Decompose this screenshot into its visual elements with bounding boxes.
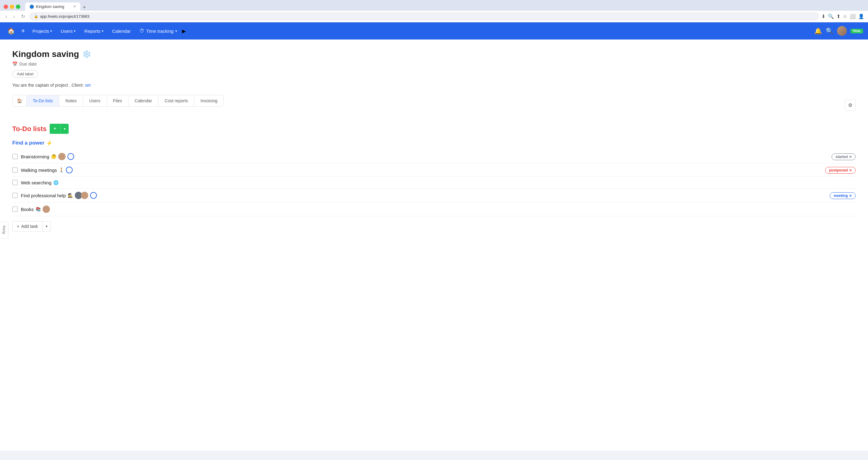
close-button[interactable]: [4, 5, 8, 9]
task-badge-container: meeting✕: [830, 193, 856, 198]
task-assign-circle[interactable]: [90, 192, 97, 199]
bookmark-icon[interactable]: ☆: [843, 13, 847, 19]
add-task-button[interactable]: + Add task: [12, 221, 42, 232]
status-badge[interactable]: postponed✕: [825, 167, 856, 174]
tab-icon: 🔵: [29, 5, 34, 9]
task-avatars: [75, 192, 88, 199]
task-emoji: 🕵️: [68, 193, 73, 198]
task-badge-container: postponed✕: [825, 167, 856, 173]
tab-files[interactable]: Files: [107, 95, 129, 106]
maximize-button[interactable]: [16, 5, 20, 9]
play-button[interactable]: ▶: [182, 28, 186, 34]
nav-reports-label: Reports: [84, 29, 100, 34]
forward-button[interactable]: ›: [11, 13, 17, 20]
notifications-icon[interactable]: 🔔: [814, 27, 822, 35]
help-sidebar[interactable]: Help: [0, 222, 8, 238]
settings-icon: ⚙: [848, 103, 852, 108]
tab-todo-lists[interactable]: To-Do lists: [27, 95, 59, 106]
badge-remove-icon[interactable]: ✕: [849, 194, 852, 198]
traffic-lights: [4, 5, 20, 9]
todo-title: To-Do lists: [12, 125, 46, 133]
tab-title: Kingdom saving: [36, 4, 64, 9]
nav-calendar[interactable]: Calendar: [108, 26, 134, 36]
task-assign-circle[interactable]: [67, 153, 74, 160]
add-label-button[interactable]: Add label: [12, 70, 38, 78]
task-checkbox[interactable]: [12, 154, 18, 159]
reports-chevron-icon: ▾: [102, 29, 103, 33]
add-task-plus-icon: +: [17, 224, 19, 229]
task-checkbox[interactable]: [12, 193, 18, 198]
share-icon[interactable]: ⬆: [836, 13, 840, 19]
home-nav-button[interactable]: 🏠: [5, 25, 18, 37]
url-text: app.freelo.io/project/173683: [40, 14, 90, 19]
tabs-settings-row: 🏠 To-Do lists Notes Users Files Calendar…: [12, 95, 856, 115]
zoom-icon[interactable]: 🔍: [828, 13, 834, 19]
task-row: Walking meetings 🚶 postponed✕: [12, 164, 856, 177]
tab-cost-reports[interactable]: Cost reports: [158, 95, 194, 106]
project-title-text: Kingdom saving: [12, 49, 79, 59]
client-link[interactable]: set: [85, 83, 91, 88]
task-row: Find professional help 🕵️ meeting✕: [12, 189, 856, 202]
app-navigation: 🏠 + Projects ▾ Users ▾ Reports ▾ Calenda…: [0, 22, 868, 39]
task-avatar: [58, 153, 66, 160]
task-avatar: [81, 192, 88, 199]
browser-tab[interactable]: 🔵 Kingdom saving ✕: [25, 2, 80, 11]
search-icon[interactable]: 🔍: [826, 27, 833, 35]
split-view-icon[interactable]: ⬜: [849, 13, 856, 19]
task-avatars: [42, 205, 50, 213]
new-tab-button[interactable]: +: [80, 4, 89, 11]
add-todo-group: + ▾: [50, 124, 69, 134]
tab-close-button[interactable]: ✕: [73, 5, 76, 8]
task-checkbox[interactable]: [12, 206, 18, 212]
captain-text: You are the captain of project . Client:…: [12, 83, 856, 88]
task-emoji: 📚: [36, 207, 41, 211]
add-todo-button[interactable]: +: [50, 124, 60, 134]
profile-icon[interactable]: 👤: [858, 13, 864, 19]
back-button[interactable]: ‹: [4, 13, 9, 20]
nav-projects[interactable]: Projects ▾: [29, 26, 56, 36]
status-badge[interactable]: started✕: [832, 154, 856, 160]
download-icon[interactable]: ⬇: [822, 13, 826, 19]
nav-reports[interactable]: Reports ▾: [81, 26, 107, 36]
users-chevron-icon: ▾: [74, 29, 76, 33]
nav-time-tracking[interactable]: ⏱ Time tracking ▾: [136, 26, 181, 36]
todo-header: To-Do lists + ▾: [12, 124, 856, 134]
minimize-button[interactable]: [10, 5, 14, 9]
todo-dropdown-button[interactable]: ▾: [60, 124, 69, 134]
badge-remove-icon[interactable]: ✕: [849, 155, 852, 159]
task-emoji: 🌐: [53, 180, 59, 185]
project-settings-button[interactable]: ⚙: [845, 100, 856, 111]
badge-remove-icon[interactable]: ✕: [849, 168, 852, 172]
user-avatar[interactable]: [837, 26, 847, 36]
task-name: Web searching 🌐: [21, 180, 856, 185]
nav-projects-label: Projects: [32, 29, 49, 34]
task-row: Web searching 🌐: [12, 177, 856, 189]
task-emoji: 🚶: [59, 167, 64, 172]
task-checkbox[interactable]: [12, 167, 18, 173]
task-checkbox[interactable]: [12, 180, 18, 185]
tab-users[interactable]: Users: [83, 95, 107, 106]
timer-icon: ⏱: [140, 28, 144, 34]
nav-calendar-label: Calendar: [112, 29, 131, 34]
main-content: Kingdom saving ❄️ 📅 Due date Add label Y…: [0, 39, 868, 451]
due-date-label: Due date: [19, 62, 37, 66]
refresh-button[interactable]: ↻: [19, 13, 27, 20]
browser-actions: ⬇ 🔍 ⬆ ☆ ⬜ 👤: [822, 13, 864, 19]
task-avatars: [58, 153, 66, 160]
tab-home[interactable]: 🏠: [12, 95, 27, 106]
status-badge[interactable]: meeting✕: [830, 192, 856, 199]
project-emoji: ❄️: [82, 50, 91, 59]
help-label: Help: [2, 226, 6, 235]
add-task-dropdown-button[interactable]: ▾: [42, 221, 51, 232]
address-bar[interactable]: 🔒 app.freelo.io/project/173683: [29, 12, 819, 20]
create-button[interactable]: +: [19, 25, 28, 37]
list-emoji: ⚡: [46, 140, 53, 146]
tab-calendar[interactable]: Calendar: [128, 95, 158, 106]
nav-users[interactable]: Users ▾: [57, 26, 80, 36]
tab-invoicing[interactable]: Invoicing: [194, 95, 223, 106]
projects-chevron-icon: ▾: [50, 29, 52, 33]
task-assign-circle[interactable]: [66, 167, 73, 173]
tab-notes[interactable]: Notes: [59, 95, 83, 106]
task-row: Books 📚: [12, 202, 856, 216]
time-tracking-chevron-icon: ▾: [175, 29, 177, 33]
